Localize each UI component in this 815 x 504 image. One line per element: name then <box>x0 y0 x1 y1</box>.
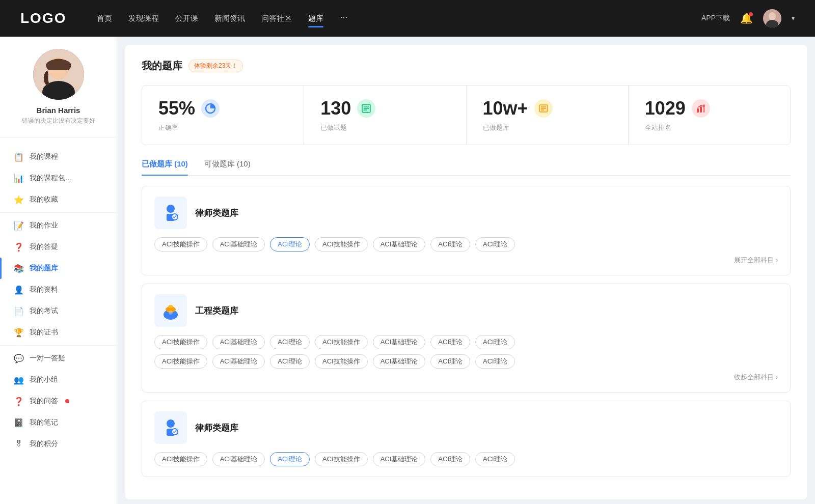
tags-row-lawyer-2: ACI技能操作 ACI基础理论 ACI理论 ACI技能操作 ACI基础理论 AC… <box>154 452 778 466</box>
sidebar-item-certificate[interactable]: 🏆 我的证书 <box>0 322 117 343</box>
law2-tag-4[interactable]: ACI基础理论 <box>373 452 426 466</box>
law2-tag-1[interactable]: ACI基础理论 <box>212 452 265 466</box>
myqa-dot <box>65 399 69 403</box>
bell-notification-dot <box>749 12 753 16</box>
tag-4[interactable]: ACI基础理论 <box>373 237 426 251</box>
bell-button[interactable]: 🔔 <box>740 12 753 24</box>
avatar-chevron-icon[interactable]: ▾ <box>792 15 795 22</box>
profile-avatar <box>33 49 84 100</box>
sidebar-item-notes[interactable]: 📓 我的笔记 <box>0 412 117 433</box>
tag-6[interactable]: ACI理论 <box>475 237 515 251</box>
stat-done-banks-value: 10w+ <box>483 98 528 119</box>
sidebar-item-course-package[interactable]: 📊 我的课程包... <box>0 167 117 189</box>
sidebar-item-homework[interactable]: 📝 我的作业 <box>0 215 117 236</box>
tag-1[interactable]: ACI基础理论 <box>212 237 265 251</box>
exam-icon: 📄 <box>14 306 23 316</box>
tab-available-banks[interactable]: 可做题库 (10) <box>204 159 251 175</box>
stat-done-questions: 130 已做试题 <box>304 86 466 145</box>
svg-point-21 <box>167 205 175 213</box>
sidebar-item-courses[interactable]: 📋 我的课程 <box>0 146 117 167</box>
nav-openclass[interactable]: 公开课 <box>175 12 198 25</box>
sidebar-item-qbank[interactable]: 📚 我的题库 <box>0 258 117 279</box>
navbar: LOGO 首页 发现课程 公开课 新闻资讯 问答社区 题库 ··· APP下载 … <box>0 0 815 37</box>
lawyer-1-icon <box>154 197 187 229</box>
nav-qa[interactable]: 问答社区 <box>261 12 292 25</box>
stat-done-banks-top: 10w+ <box>483 98 612 119</box>
stat-ranking-top: 1029 <box>645 98 774 119</box>
ranking-icon <box>692 99 710 118</box>
accuracy-icon <box>201 99 220 118</box>
page-layout: Brian Harris 错误的决定比没有决定要好 📋 我的课程 📊 我的课程包… <box>0 37 815 504</box>
app-download-btn[interactable]: APP下载 <box>701 14 730 23</box>
sidebar-item-points[interactable]: 🎖 我的积分 <box>0 433 117 455</box>
nav-news[interactable]: 新闻资讯 <box>214 12 245 25</box>
trial-badge: 体验剩余23天！ <box>188 60 243 72</box>
sidebar-item-qa[interactable]: ❓ 我的答疑 <box>0 236 117 258</box>
sidebar-item-profile[interactable]: 👤 我的资料 <box>0 279 117 300</box>
sidebar-divider-2 <box>0 345 117 346</box>
eng2-tag-5[interactable]: ACI理论 <box>430 354 470 369</box>
law2-tag-5[interactable]: ACI理论 <box>430 452 470 466</box>
sidebar: Brian Harris 错误的决定比没有决定要好 📋 我的课程 📊 我的课程包… <box>0 37 117 504</box>
svg-point-20 <box>703 105 704 107</box>
qbank-card-engineer: 工程类题库 ACI技能操作 ACI基础理论 ACI理论 ACI技能操作 ACI基… <box>142 284 791 393</box>
eng2-tag-6[interactable]: ACI理论 <box>475 354 515 369</box>
nav-home[interactable]: 首页 <box>97 12 112 25</box>
nav-discover[interactable]: 发现课程 <box>128 12 159 25</box>
eng-tag-2[interactable]: ACI理论 <box>270 335 310 349</box>
nav-more[interactable]: ··· <box>340 12 347 25</box>
lawyer-2-icon <box>154 411 187 444</box>
eng2-tag-0[interactable]: ACI技能操作 <box>154 354 207 369</box>
tag-3[interactable]: ACI技能操作 <box>315 237 368 251</box>
eng-tag-3[interactable]: ACI技能操作 <box>315 335 368 349</box>
law2-tag-6[interactable]: ACI理论 <box>475 452 515 466</box>
eng-tag-6[interactable]: ACI理论 <box>475 335 515 349</box>
eng-tag-0[interactable]: ACI技能操作 <box>154 335 207 349</box>
tab-done-banks[interactable]: 已做题库 (10) <box>142 159 188 175</box>
law2-tag-3[interactable]: ACI技能操作 <box>315 452 368 466</box>
eng2-tag-3[interactable]: ACI技能操作 <box>315 354 368 369</box>
eng-tag-1[interactable]: ACI基础理论 <box>212 335 265 349</box>
certificate-icon: 🏆 <box>14 328 23 337</box>
collapse-link-engineer[interactable]: 收起全部科目 › <box>154 373 778 382</box>
eng2-tag-2[interactable]: ACI理论 <box>270 354 310 369</box>
sidebar-item-favorites[interactable]: ⭐ 我的收藏 <box>0 189 117 210</box>
svg-rect-18 <box>700 106 702 113</box>
sidebar-item-tutor[interactable]: 💬 一对一答疑 <box>0 348 117 369</box>
stat-done-questions-top: 130 <box>320 98 449 119</box>
stat-ranking: 1029 全站排名 <box>629 86 790 145</box>
tag-2[interactable]: ACI理论 <box>270 237 310 251</box>
stat-accuracy-value: 55% <box>158 98 195 119</box>
stat-done-questions-value: 130 <box>320 98 351 119</box>
nav-items: 首页 发现课程 公开课 新闻资讯 问答社区 题库 ··· <box>97 12 681 25</box>
qbank-card-lawyer-2: 律师类题库 ACI技能操作 ACI基础理论 ACI理论 ACI技能操作 ACI基… <box>142 401 791 477</box>
profile-motto: 错误的决定比没有决定要好 <box>10 117 106 125</box>
expand-link-lawyer-1[interactable]: 展开全部科目 › <box>154 256 778 265</box>
nav-right: APP下载 🔔 ▾ <box>701 9 795 27</box>
sidebar-item-group[interactable]: 👥 我的小组 <box>0 369 117 390</box>
svg-point-30 <box>168 305 173 308</box>
page-header: 我的题库 体验剩余23天！ <box>142 59 791 73</box>
law2-tag-0[interactable]: ACI技能操作 <box>154 452 207 466</box>
tab-row: 已做题库 (10) 可做题库 (10) <box>142 159 791 176</box>
sidebar-item-myqa[interactable]: ❓ 我的问答 <box>0 390 117 412</box>
stats-row: 55% 正确率 130 <box>142 85 791 145</box>
eng2-tag-4[interactable]: ACI基础理论 <box>373 354 426 369</box>
stat-done-questions-label: 已做试题 <box>320 123 449 132</box>
tutor-icon: 💬 <box>14 354 23 363</box>
profile-section: Brian Harris 错误的决定比没有决定要好 <box>0 49 117 138</box>
qbank-icon: 📚 <box>14 264 23 273</box>
points-icon: 🎖 <box>14 439 23 449</box>
eng-tag-4[interactable]: ACI基础理论 <box>373 335 426 349</box>
tags-row-lawyer-1: ACI技能操作 ACI基础理论 ACI理论 ACI技能操作 ACI基础理论 AC… <box>154 237 778 251</box>
tag-0[interactable]: ACI技能操作 <box>154 237 207 251</box>
law2-tag-2[interactable]: ACI理论 <box>270 452 310 466</box>
sidebar-item-exam[interactable]: 📄 我的考试 <box>0 300 117 322</box>
nav-qbank[interactable]: 题库 <box>308 12 323 25</box>
eng-tag-5[interactable]: ACI理论 <box>430 335 470 349</box>
stat-accuracy-top: 55% <box>158 98 287 119</box>
courses-icon: 📋 <box>14 152 23 161</box>
avatar[interactable] <box>763 9 781 27</box>
tag-5[interactable]: ACI理论 <box>430 237 470 251</box>
eng2-tag-1[interactable]: ACI基础理论 <box>212 354 265 369</box>
